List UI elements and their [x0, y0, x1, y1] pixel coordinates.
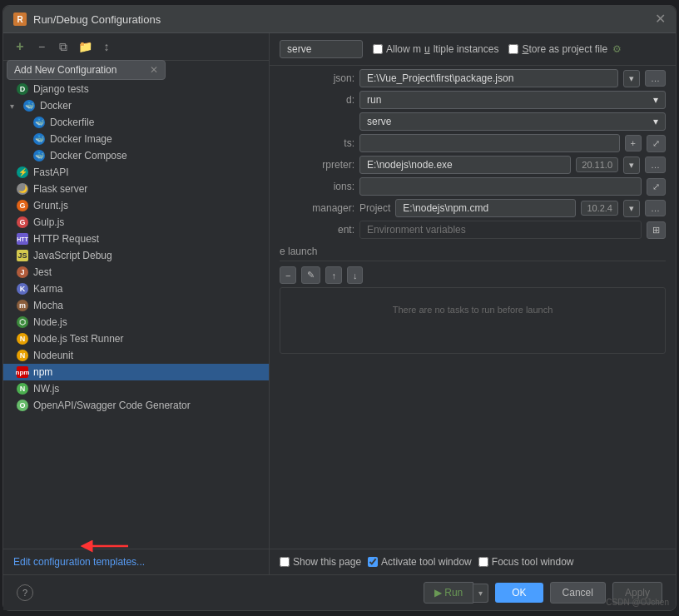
arguments-expand-button[interactable]: ⤢: [647, 135, 666, 152]
json-dropdown-button[interactable]: ▾: [623, 70, 640, 87]
help-button[interactable]: ?: [17, 584, 33, 601]
tree-item-nodejs-test-runner[interactable]: N Node.js Test Runner: [3, 330, 269, 347]
focus-window-label: Focus tool window: [478, 556, 574, 568]
close-button[interactable]: ✕: [655, 12, 666, 26]
before-launch-tasks-area: There are no tasks to run before launch: [280, 287, 666, 354]
run-button[interactable]: ▶ Run: [424, 582, 473, 604]
tree-item-gulp[interactable]: G Gulp.js: [3, 214, 269, 231]
right-top-bar: Allow multiple instances Store as projec…: [270, 33, 676, 66]
interpreter-dropdown-button[interactable]: ▾: [623, 156, 640, 174]
tree-item-django-tests[interactable]: D Django tests: [3, 81, 269, 97]
tree-item-docker-image[interactable]: 🐳 Docker Image: [3, 131, 269, 147]
store-as-project-checkbox[interactable]: [508, 44, 518, 54]
edit-templates-link[interactable]: Edit configuration templates...: [13, 556, 145, 568]
run-dropdown-button[interactable]: ▾: [473, 584, 488, 603]
interpreter-browse-button[interactable]: …: [645, 156, 666, 173]
tree-item-nodeunit-label: Nodeunit: [33, 350, 73, 361]
activate-window-text: Activate tool window: [381, 556, 472, 568]
scripts-value: serve: [367, 116, 391, 127]
dialog-title: Run/Debug Configurations: [33, 13, 161, 26]
scripts-dropdown[interactable]: serve ▾: [359, 112, 666, 131]
tree-item-dockerfile-label: Dockerfile: [50, 117, 94, 128]
left-panel: + − ⧉ 📁 ↕ Add New Configuration ✕: [3, 33, 270, 574]
tree-item-js-debug-label: JavaScript Debug: [33, 250, 112, 261]
before-launch-section: e launch − ✎ ↑ ↓ There are no tasks to r…: [280, 246, 666, 354]
django-tests-icon: D: [17, 83, 28, 95]
activate-window-checkbox[interactable]: [368, 557, 378, 567]
tree-item-dockerfile[interactable]: 🐳 Dockerfile: [3, 114, 269, 131]
tree-item-nodejs[interactable]: ⬡ Node.js: [3, 314, 269, 330]
interpreter-input[interactable]: [359, 156, 571, 174]
json-browse-button[interactable]: …: [645, 70, 666, 87]
interpreter-options-expand-button[interactable]: ⤢: [647, 178, 666, 196]
before-launch-down[interactable]: ↓: [347, 266, 364, 284]
allow-multiple-checkbox[interactable]: [373, 44, 383, 54]
sort-configuration-button[interactable]: ↕: [97, 37, 116, 57]
tree-item-mocha-label: Mocha: [33, 300, 63, 311]
package-manager-browse-button[interactable]: …: [645, 200, 666, 216]
json-path-input[interactable]: [359, 69, 618, 87]
tree-item-openapi-label: OpenAPI/Swagger Code Generator: [33, 400, 191, 411]
interpreter-options-input[interactable]: [359, 177, 642, 196]
tree-item-fastapi-label: FastAPI: [33, 166, 69, 178]
dockerfile-icon: 🐳: [33, 117, 45, 128]
tree-item-docker-compose[interactable]: 🐳 Docker Compose: [3, 147, 269, 164]
package-manager-version: 10.2.4: [581, 201, 618, 216]
before-launch-edit[interactable]: ✎: [301, 266, 320, 284]
tree-item-npm[interactable]: npm npm: [3, 364, 269, 380]
env-expand-button[interactable]: ⊞: [647, 221, 666, 239]
tree-item-nodejs-test-runner-label: Node.js Test Runner: [33, 333, 124, 345]
tree-item-http[interactable]: HTT HTTP Request: [3, 231, 269, 247]
tree-item-karma-label: Karma: [33, 283, 62, 295]
http-icon: HTT: [17, 233, 28, 245]
watermark: CSDN @OJchen: [606, 598, 669, 607]
ok-button[interactable]: OK: [495, 583, 543, 603]
tree-item-nw[interactable]: N NW.js: [3, 380, 269, 397]
env-input[interactable]: [359, 221, 642, 239]
folder-configuration-button[interactable]: 📁: [75, 37, 95, 57]
arguments-add-button[interactable]: +: [625, 135, 642, 152]
allow-multiple-label: Allow multiple instances: [373, 43, 498, 55]
tree-item-karma[interactable]: K Karma: [3, 281, 269, 297]
configuration-tree: D Django Server D Django tests ▾ 🐳 Docke…: [3, 61, 269, 549]
cancel-button[interactable]: Cancel: [550, 582, 606, 604]
docker-group-icon: 🐳: [23, 100, 35, 112]
package-manager-type: Project: [359, 202, 390, 214]
tree-item-fastapi[interactable]: ⚡ FastAPI: [3, 164, 269, 181]
store-as-project-text: Store as project file: [522, 43, 607, 55]
npm-icon: npm: [17, 366, 28, 378]
focus-window-text: Focus tool window: [492, 556, 574, 568]
command-chevron: ▾: [653, 94, 658, 106]
before-launch-up[interactable]: ↑: [325, 266, 342, 284]
tree-item-docker-label: Docker: [40, 100, 72, 112]
env-row: ent: ⊞: [280, 221, 666, 239]
before-launch-empty-text: There are no tasks to run before launch: [280, 288, 665, 321]
show-page-checkbox[interactable]: [280, 557, 290, 567]
copy-configuration-button[interactable]: ⧉: [53, 37, 73, 57]
tree-item-grunt[interactable]: G Grunt.js: [3, 197, 269, 214]
fastapi-icon: ⚡: [17, 166, 28, 178]
package-manager-input[interactable]: [395, 199, 576, 217]
arguments-label: ts:: [280, 137, 354, 149]
tree-item-flask[interactable]: 🌙 Flask server: [3, 181, 269, 197]
focus-window-checkbox[interactable]: [478, 557, 488, 567]
add-configuration-button[interactable]: +: [10, 37, 30, 57]
tree-item-docker-group[interactable]: ▾ 🐳 Docker: [3, 97, 269, 114]
package-manager-dropdown-button[interactable]: ▾: [623, 200, 640, 217]
tooltip-close-button[interactable]: ✕: [150, 64, 158, 76]
tree-item-jest[interactable]: J Jest: [3, 264, 269, 281]
tree-item-js-debug[interactable]: JS JavaScript Debug: [3, 247, 269, 264]
docker-group-chevron: ▾: [10, 102, 18, 111]
config-name-input[interactable]: [280, 40, 363, 58]
tree-item-grunt-label: Grunt.js: [33, 200, 68, 211]
command-dropdown[interactable]: run ▾: [359, 91, 666, 109]
tree-item-nodeunit[interactable]: N Nodeunit: [3, 347, 269, 364]
remove-configuration-button[interactable]: −: [32, 37, 52, 57]
interpreter-version: 20.11.0: [576, 157, 618, 172]
arguments-input[interactable]: [359, 134, 620, 152]
docker-image-icon: 🐳: [33, 133, 45, 145]
store-project-icon: ⚙: [612, 43, 622, 55]
before-launch-minus[interactable]: −: [280, 266, 296, 284]
tree-item-mocha[interactable]: m Mocha: [3, 297, 269, 314]
tree-item-openapi[interactable]: O OpenAPI/Swagger Code Generator: [3, 397, 269, 414]
